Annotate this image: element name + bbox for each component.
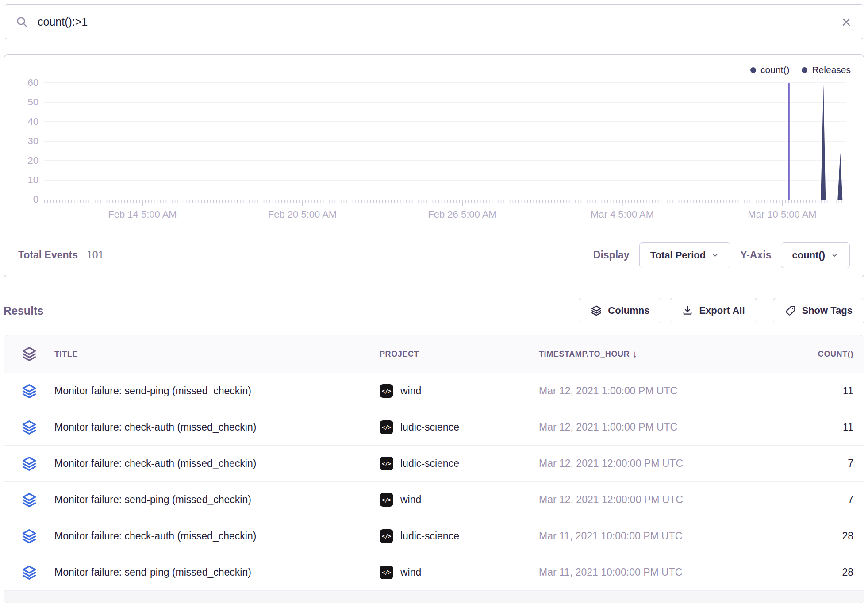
project-cell[interactable]: </>ludic-science — [380, 457, 539, 470]
total-events-value: 101 — [87, 249, 104, 261]
show-tags-button[interactable]: Show Tags — [773, 298, 865, 323]
legend-label-count: count() — [760, 65, 789, 75]
timestamp-cell: Mar 12, 2021 12:00:00 PM UTC — [539, 458, 753, 469]
events-time-series-chart: 0102030405060Feb 14 5:00 AMFeb 20 5:00 A… — [4, 55, 864, 223]
event-title[interactable]: Monitor failure: check-auth (missed_chec… — [54, 530, 380, 542]
count-cell: 11 — [753, 385, 864, 397]
event-title[interactable]: Monitor failure: check-auth (missed_chec… — [54, 458, 380, 469]
table-row[interactable]: Monitor failure: send-ping (missed_check… — [4, 482, 864, 518]
timestamp-cell: Mar 11, 2021 10:00:00 PM UTC — [539, 530, 753, 542]
code-platform-icon: </> — [380, 529, 393, 543]
project-name: ludic-science — [400, 530, 459, 542]
code-platform-icon: </> — [380, 457, 393, 470]
count-cell: 28 — [753, 530, 864, 542]
events-chart-panel: count() Releases 0102030405060Feb 14 5:0… — [4, 54, 864, 277]
svg-text:Feb 20 5:00 AM: Feb 20 5:00 AM — [268, 209, 337, 220]
svg-text:30: 30 — [28, 135, 38, 146]
event-title[interactable]: Monitor failure: send-ping (missed_check… — [54, 566, 380, 578]
search-input[interactable] — [37, 15, 840, 29]
chart-footer: Total Events 101 Display Total Period Y-… — [4, 233, 864, 277]
legend-item-releases[interactable]: Releases — [802, 65, 851, 75]
chart-legend: count() Releases — [750, 65, 851, 75]
project-cell[interactable]: </>wind — [380, 384, 539, 398]
count-cell: 7 — [753, 458, 864, 469]
clear-search-button[interactable] — [840, 16, 853, 28]
yaxis-label: Y-Axis — [740, 249, 771, 261]
chevron-down-icon — [711, 251, 719, 259]
svg-text:20: 20 — [28, 155, 38, 166]
chevron-down-icon — [830, 251, 839, 259]
timestamp-cell: Mar 11, 2021 10:00:00 PM UTC — [539, 566, 753, 578]
stack-icon — [21, 419, 37, 435]
project-cell[interactable]: </>ludic-science — [380, 420, 539, 434]
project-name: ludic-science — [400, 421, 459, 433]
svg-text:Feb 14 5:00 AM: Feb 14 5:00 AM — [108, 209, 177, 220]
download-icon — [682, 305, 693, 316]
count-cell: 7 — [753, 494, 864, 506]
project-name: wind — [400, 494, 421, 506]
columns-button-label: Columns — [608, 305, 649, 316]
header-project[interactable]: PROJECT — [380, 350, 539, 359]
event-title[interactable]: Monitor failure: send-ping (missed_check… — [54, 494, 380, 506]
svg-text:60: 60 — [28, 77, 38, 88]
table-row[interactable]: Monitor failure: send-ping (missed_check… — [4, 373, 864, 409]
svg-text:0: 0 — [33, 194, 38, 205]
svg-text:40: 40 — [28, 116, 38, 127]
table-footer-strip — [4, 591, 864, 603]
code-platform-icon: </> — [380, 493, 393, 507]
close-icon — [840, 16, 853, 28]
search-icon — [15, 15, 29, 29]
export-all-button[interactable]: Export All — [670, 298, 757, 323]
event-title[interactable]: Monitor failure: check-auth (missed_chec… — [54, 421, 380, 433]
total-events-label: Total Events — [18, 249, 78, 261]
results-heading: Results — [4, 304, 43, 317]
code-platform-icon: </> — [380, 566, 393, 579]
event-title[interactable]: Monitor failure: send-ping (missed_check… — [54, 385, 380, 397]
stack-icon — [591, 305, 602, 316]
project-cell[interactable]: </>ludic-science — [380, 529, 539, 543]
table-header-row: TITLE PROJECT TIMESTAMP.TO_HOUR ↓ COUNT(… — [4, 335, 864, 373]
stack-icon — [21, 565, 37, 581]
yaxis-select[interactable]: count() — [781, 242, 850, 268]
display-select[interactable]: Total Period — [639, 242, 731, 268]
table-row[interactable]: Monitor failure: check-auth (missed_chec… — [4, 518, 864, 554]
svg-text:50: 50 — [28, 96, 38, 108]
project-cell[interactable]: </>wind — [380, 566, 539, 579]
legend-label-releases: Releases — [812, 65, 851, 75]
tag-icon — [785, 305, 796, 316]
stack-icon — [21, 528, 37, 544]
header-title[interactable]: TITLE — [54, 350, 380, 359]
yaxis-select-value: count() — [792, 250, 825, 261]
svg-text:Mar 4 5:00 AM: Mar 4 5:00 AM — [591, 209, 654, 220]
results-table: TITLE PROJECT TIMESTAMP.TO_HOUR ↓ COUNT(… — [4, 335, 864, 603]
header-count[interactable]: COUNT() — [753, 350, 864, 359]
results-header-row: Results Columns Export All — [4, 297, 864, 324]
table-row[interactable]: Monitor failure: send-ping (missed_check… — [4, 554, 864, 591]
count-cell: 28 — [753, 566, 864, 578]
code-platform-icon: </> — [380, 420, 393, 434]
header-timestamp[interactable]: TIMESTAMP.TO_HOUR ↓ — [539, 348, 753, 360]
svg-text:10: 10 — [28, 174, 38, 185]
count-cell: 11 — [753, 421, 864, 433]
project-name: wind — [400, 385, 421, 397]
columns-button[interactable]: Columns — [579, 298, 661, 323]
stack-icon — [21, 346, 37, 362]
legend-dot-count-icon — [750, 67, 756, 73]
code-platform-icon: </> — [380, 384, 393, 398]
legend-item-count[interactable]: count() — [750, 65, 789, 75]
export-all-button-label: Export All — [699, 305, 745, 316]
svg-text:Feb 26 5:00 AM: Feb 26 5:00 AM — [428, 209, 496, 220]
show-tags-button-label: Show Tags — [802, 305, 853, 316]
legend-dot-releases-icon — [802, 67, 807, 73]
project-name: ludic-science — [400, 458, 459, 469]
stack-icon — [21, 456, 37, 472]
sort-desc-icon: ↓ — [632, 348, 638, 360]
project-name: wind — [400, 566, 421, 578]
column-settings-button[interactable] — [4, 346, 54, 362]
timestamp-cell: Mar 12, 2021 1:00:00 PM UTC — [539, 421, 753, 433]
project-cell[interactable]: </>wind — [380, 493, 539, 507]
search-bar — [4, 4, 864, 39]
timestamp-cell: Mar 12, 2021 1:00:00 PM UTC — [539, 385, 753, 397]
table-row[interactable]: Monitor failure: check-auth (missed_chec… — [4, 446, 864, 482]
table-row[interactable]: Monitor failure: check-auth (missed_chec… — [4, 409, 864, 446]
